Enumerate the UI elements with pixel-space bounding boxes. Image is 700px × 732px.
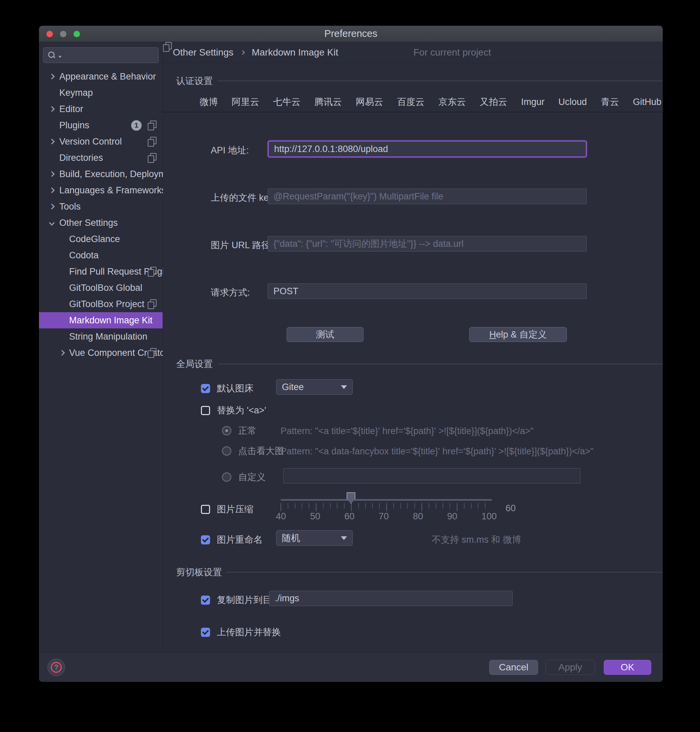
- tab-aliyun[interactable]: 阿里云: [229, 91, 262, 112]
- image-rename-checkbox[interactable]: [201, 535, 210, 544]
- upload-and-replace-checkbox[interactable]: [201, 628, 210, 637]
- tab-netease[interactable]: 网易云: [353, 91, 385, 112]
- slider-track[interactable]: [281, 499, 492, 501]
- search-history-caret-icon[interactable]: [58, 56, 62, 58]
- sidebar-item-gittoolbox-global[interactable]: GitToolBox Global: [39, 280, 163, 296]
- section-auth-settings: 认证设置: [176, 75, 663, 87]
- image-compress-row: 图片压缩: [201, 503, 253, 515]
- sidebar-item-markdown-image-kit[interactable]: Markdown Image Kit: [39, 312, 163, 329]
- breadcrumb-markdown-image-kit: Markdown Image Kit: [252, 47, 338, 58]
- copy-to-dir-checkbox[interactable]: [201, 596, 210, 605]
- copy-to-dir-input[interactable]: [269, 591, 513, 606]
- tab-baidu[interactable]: 百度云: [395, 91, 427, 112]
- replace-with-a-label: 替换为 '<a>': [217, 404, 266, 417]
- sidebar-item-keymap[interactable]: Keymap: [39, 85, 163, 101]
- per-project-settings-icon: [148, 153, 156, 163]
- radio-normal-label: 正常: [238, 425, 256, 437]
- image-compress-label: 图片压缩: [217, 503, 253, 515]
- sidebar-item-version-control[interactable]: Version Control: [39, 133, 163, 150]
- radio-bigimage[interactable]: [222, 446, 231, 456]
- request-method-input[interactable]: [268, 283, 587, 299]
- image-url-path-label: 图片 URL 路径:: [211, 239, 273, 251]
- section-divider: [226, 572, 663, 572]
- image-url-path-input[interactable]: [268, 236, 587, 252]
- compress-value: 60: [506, 503, 516, 513]
- zoom-window-icon[interactable]: [74, 31, 80, 37]
- per-project-settings-icon: [148, 120, 156, 130]
- compress-slider[interactable]: 40 50 60 70 80 90 100: [281, 490, 492, 524]
- sidebar-item-vue-component-creator[interactable]: Vue Component Creator: [39, 345, 163, 361]
- chevron-right-icon[interactable]: [49, 171, 55, 177]
- radio-custom-label: 自定义: [238, 471, 266, 483]
- help-button[interactable]: ?: [47, 659, 65, 676]
- ok-button[interactable]: OK: [604, 660, 651, 675]
- settings-sidebar: Appearance & Behavior Keymap Editor Plug…: [39, 42, 163, 652]
- image-bed-tabs: 微博 阿里云 七牛云 腾讯云 网易云 百度云 京东云 又拍云 Imgur Ucl…: [197, 91, 663, 112]
- default-image-bed-row: 默认图床: [201, 382, 253, 395]
- radio-bigimage-label: 点击看大图: [238, 445, 284, 457]
- chevron-right-icon[interactable]: [49, 188, 55, 193]
- minimize-window-icon[interactable]: [60, 31, 66, 37]
- help-custom-button[interactable]: Help & 自定义: [469, 327, 567, 342]
- sidebar-item-appearance-behavior[interactable]: Appearance & Behavior: [39, 68, 163, 85]
- sidebar-item-gittoolbox-project[interactable]: GitToolBox Project: [39, 296, 163, 312]
- tab-tencent[interactable]: 腾讯云: [312, 91, 344, 112]
- tab-upyun[interactable]: 又拍云: [477, 91, 510, 112]
- chevron-down-icon[interactable]: [49, 220, 55, 226]
- tab-jd[interactable]: 京东云: [436, 91, 468, 112]
- radio-custom[interactable]: [222, 472, 231, 482]
- sidebar-item-find-pull-request-plugin[interactable]: Find Pull Request Plugin: [39, 263, 163, 280]
- breadcrumb-other-settings[interactable]: Other Settings: [173, 47, 234, 58]
- chevron-right-icon[interactable]: [49, 204, 55, 210]
- content-area: Appearance & Behavior Keymap Editor Plug…: [39, 42, 663, 652]
- sidebar-item-languages-frameworks[interactable]: Languages & Frameworks: [39, 182, 163, 198]
- sidebar-item-plugins[interactable]: Plugins 1: [39, 117, 163, 133]
- radio-bigimage-row: 点击看大图: [222, 445, 284, 457]
- tab-imgur[interactable]: Imgur: [519, 91, 547, 112]
- sidebar-item-codota[interactable]: Codota: [39, 247, 163, 263]
- chevron-right-icon[interactable]: [59, 350, 65, 356]
- replace-with-a-checkbox[interactable]: [201, 406, 210, 415]
- per-project-settings-icon: [148, 348, 156, 358]
- upload-file-key-input[interactable]: [268, 189, 587, 204]
- radio-custom-row: 自定义: [222, 471, 266, 483]
- per-project-settings-icon: [148, 267, 156, 276]
- tab-github[interactable]: GitHub: [631, 91, 663, 112]
- slider-thumb[interactable]: [347, 492, 356, 504]
- default-image-bed-checkbox[interactable]: [201, 384, 210, 393]
- sidebar-item-string-manipulation[interactable]: String Manipulation: [39, 329, 163, 345]
- tab-ucloud[interactable]: Ucloud: [556, 91, 589, 112]
- breadcrumb-separator-icon: [240, 50, 245, 54]
- test-button[interactable]: 测试: [287, 327, 363, 342]
- api-url-input[interactable]: [268, 141, 587, 157]
- settings-search-input[interactable]: [43, 47, 159, 63]
- tab-qingcloud[interactable]: 青云: [599, 91, 621, 112]
- image-compress-checkbox[interactable]: [201, 505, 210, 514]
- sidebar-item-build-execution-deployment[interactable]: Build, Execution, Deployment: [39, 166, 163, 182]
- chevron-right-icon[interactable]: [49, 139, 55, 145]
- sidebar-item-other-settings[interactable]: Other Settings: [39, 215, 163, 231]
- default-image-bed-select[interactable]: Gitee: [276, 379, 353, 395]
- breadcrumb: Other Settings Markdown Image Kit For cu…: [163, 42, 663, 63]
- radio-normal-row: 正常: [222, 425, 256, 437]
- apply-button[interactable]: Apply: [546, 660, 595, 675]
- sidebar-item-tools[interactable]: Tools: [39, 198, 163, 215]
- tab-qiniu[interactable]: 七牛云: [271, 91, 303, 112]
- tab-weibo[interactable]: 微博: [197, 91, 220, 112]
- plugins-count-badge: 1: [131, 120, 142, 131]
- rename-mode-select[interactable]: 随机: [276, 530, 353, 546]
- cancel-button[interactable]: Cancel: [489, 660, 538, 675]
- sidebar-item-editor[interactable]: Editor: [39, 101, 163, 117]
- chevron-right-icon[interactable]: [49, 74, 55, 79]
- upload-and-replace-label: 上传图片并替换: [217, 626, 281, 638]
- radio-normal[interactable]: [222, 426, 231, 436]
- dropdown-caret-icon: [341, 536, 347, 540]
- dropdown-caret-icon: [341, 385, 347, 389]
- slider-tick-labels: 40 50 60 70 80 90 100: [276, 511, 497, 522]
- close-window-icon[interactable]: [46, 31, 53, 37]
- sidebar-item-codeglance[interactable]: CodeGlance: [39, 231, 163, 247]
- sidebar-item-directories[interactable]: Directories: [39, 150, 163, 166]
- chevron-right-icon[interactable]: [49, 106, 55, 112]
- replace-with-a-row: 替换为 '<a>': [201, 404, 266, 417]
- custom-pattern-input[interactable]: [283, 468, 580, 484]
